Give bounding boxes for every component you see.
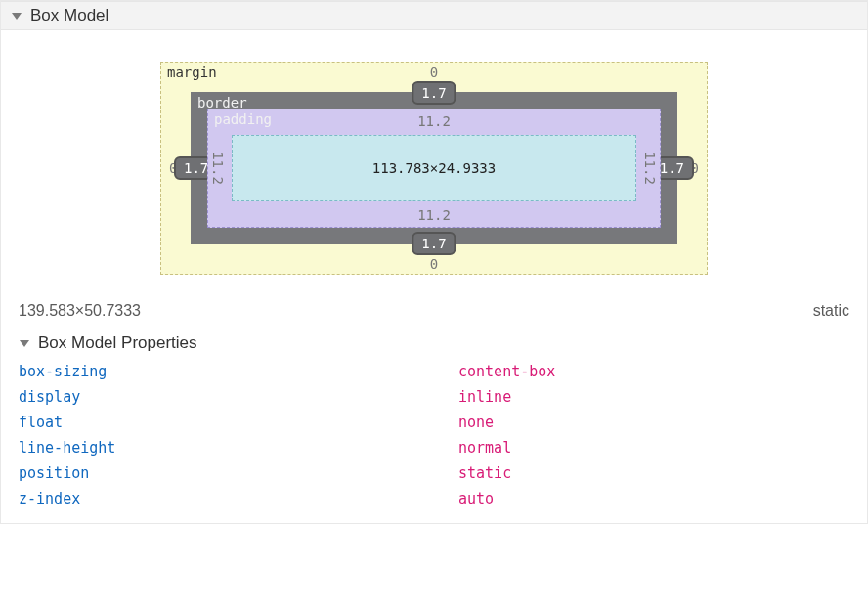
element-positioning: static <box>813 302 849 320</box>
property-row: float none <box>19 410 855 435</box>
chevron-down-icon[interactable] <box>17 335 32 351</box>
box-model-diagram: margin 0 0 0 0 border 1.7 1.7 1.7 1.7 pa… <box>13 30 855 285</box>
svg-marker-0 <box>12 13 22 20</box>
margin-top-value[interactable]: 0 <box>430 65 438 80</box>
properties-list: box-sizing content-box display inline fl… <box>13 359 855 511</box>
property-value[interactable]: none <box>458 414 494 431</box>
property-value[interactable]: normal <box>458 439 511 457</box>
property-name[interactable]: z-index <box>19 490 458 507</box>
box-model-properties-header[interactable]: Box Model Properties <box>13 328 855 359</box>
property-row: line-height normal <box>19 435 855 460</box>
property-name[interactable]: position <box>19 464 458 482</box>
margin-region[interactable]: margin 0 0 0 0 border 1.7 1.7 1.7 1.7 pa… <box>160 62 708 275</box>
dimensions-row: 139.583×50.7333 static <box>13 285 855 328</box>
box-model-header[interactable]: Box Model <box>1 1 867 30</box>
svg-marker-1 <box>20 340 29 347</box>
padding-label: padding <box>214 111 272 127</box>
padding-top-value[interactable]: 11.2 <box>417 113 451 129</box>
property-name[interactable]: box-sizing <box>19 363 458 380</box>
chevron-down-icon[interactable] <box>9 8 24 23</box>
property-value[interactable]: content-box <box>458 363 555 380</box>
property-value[interactable]: inline <box>458 388 511 406</box>
padding-right-value[interactable]: 11.2 <box>642 152 658 185</box>
border-top-value[interactable]: 1.7 <box>412 81 456 105</box>
property-value[interactable]: auto <box>458 490 494 507</box>
content-dimensions: 113.783×24.9333 <box>372 160 496 176</box>
content-region[interactable]: 113.783×24.9333 <box>232 135 636 201</box>
property-name[interactable]: line-height <box>19 439 458 457</box>
property-name[interactable]: display <box>19 388 458 406</box>
property-row: position static <box>19 460 855 486</box>
padding-left-value[interactable]: 11.2 <box>210 152 226 185</box>
padding-region[interactable]: padding 11.2 11.2 11.2 11.2 113.783×24.9… <box>207 109 661 228</box>
border-bottom-value[interactable]: 1.7 <box>412 232 456 255</box>
property-row: box-sizing content-box <box>19 359 855 384</box>
section-title: Box Model <box>30 6 108 25</box>
property-value[interactable]: static <box>458 464 511 482</box>
border-region[interactable]: border 1.7 1.7 1.7 1.7 padding 11.2 11.2… <box>191 92 677 244</box>
margin-label: margin <box>167 65 217 80</box>
padding-bottom-value[interactable]: 11.2 <box>417 207 451 223</box>
box-model-body: margin 0 0 0 0 border 1.7 1.7 1.7 1.7 pa… <box>1 30 867 523</box>
properties-title: Box Model Properties <box>38 333 197 353</box>
margin-bottom-value[interactable]: 0 <box>430 256 438 272</box>
element-dimensions: 139.583×50.7333 <box>19 302 141 320</box>
property-row: z-index auto <box>19 486 855 511</box>
box-model-panel: Box Model margin 0 0 0 0 border 1.7 1.7 … <box>0 0 868 524</box>
property-name[interactable]: float <box>19 414 458 431</box>
property-row: display inline <box>19 384 855 410</box>
